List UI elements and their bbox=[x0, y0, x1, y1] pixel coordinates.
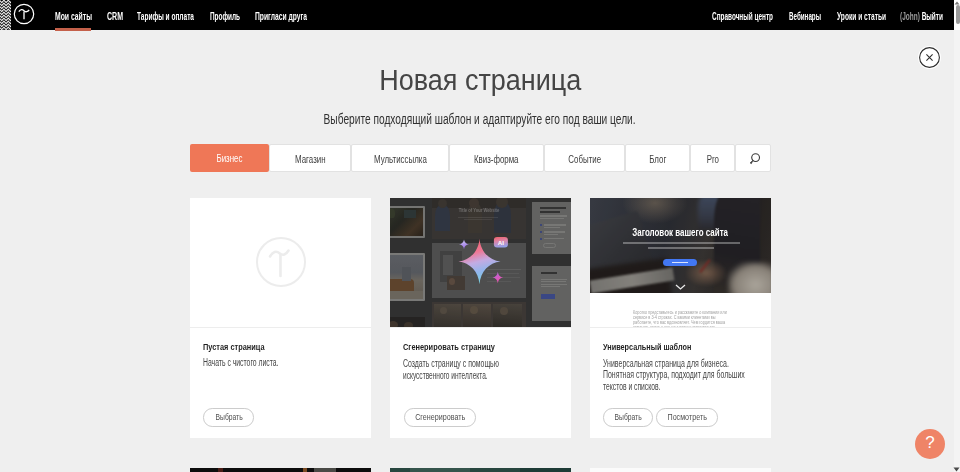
svg-text:AI: AI bbox=[498, 239, 504, 246]
